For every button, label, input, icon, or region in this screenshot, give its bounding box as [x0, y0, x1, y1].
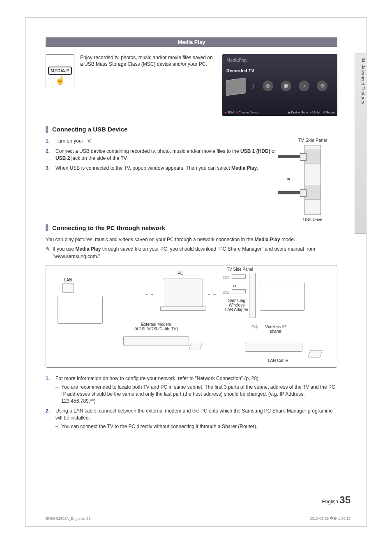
page-number: English 35	[322, 494, 350, 506]
lan-plug-icon	[189, 343, 203, 350]
arrow-icon: ← →	[145, 292, 154, 296]
diagram-or-label: or	[233, 284, 237, 288]
pc-note: ✎ If you use Media Play through saved fi…	[46, 246, 337, 260]
diagram-lancable-label: LAN Cable	[268, 358, 288, 363]
tv-side-panel-label: TV Side Panel	[288, 138, 337, 143]
laptop-icon	[163, 279, 203, 307]
side-tab-num: 04	[361, 58, 366, 62]
pc-steps: For more information on how to configure…	[46, 375, 337, 430]
gear-icon: ⚙	[317, 81, 327, 91]
wifi-icon: ⦾⦾	[223, 290, 229, 295]
or-label: or	[287, 177, 291, 181]
wireless-adapter-icon	[232, 274, 246, 279]
arrow-icon: ← →	[207, 292, 217, 296]
pc-step-1: For more information on how to configure…	[46, 375, 337, 404]
network-diagram: LAN ← → PC ← → TV Side Panel ⦾⦾ or ⦾⦾ Sa…	[46, 265, 337, 368]
usb-plug-icon	[278, 155, 302, 158]
diagram-adapter-label: Samsung Wireless LAN Adapter	[224, 298, 249, 312]
footer-meta: BN68-02808A_Eng.indb 35 2010-03-28 �� 1:…	[46, 516, 350, 521]
tv-side-panel-figure: TV Side Panel or USB Drive	[288, 138, 337, 222]
usb-step-2: Connect a USB device containing recorded…	[46, 148, 280, 162]
usb-drive-label: USB Drive	[288, 217, 337, 222]
section-banner: Media Play	[46, 37, 337, 47]
media-play-icon: MEDIA.P ☝	[46, 54, 74, 87]
music-icon: ♪	[299, 81, 309, 91]
laptop-base-icon	[160, 307, 205, 311]
footer-right: 2010-03-28 �� 1:00:13	[310, 516, 350, 521]
tv-thumbnail-icon	[226, 78, 246, 96]
pc-step-2-sub: You can connect the TV to the PC directl…	[55, 423, 337, 430]
router-icon	[245, 343, 302, 352]
lan-port-icon	[62, 284, 74, 293]
tv-footer-change: A Change Device	[236, 111, 258, 114]
tv-screenshot: MediaPlay Recorded TV ❯ ⊛ ▣ ♪ ⚙ ■ SUM A …	[222, 54, 337, 116]
side-tab-title: Advanced Features	[361, 65, 366, 104]
wifi-icon: ⦾⦾	[223, 275, 229, 280]
pc-body-text: You can play pictures, music and videos …	[46, 236, 337, 243]
note-icon: ✎	[46, 246, 50, 260]
diagram-modem-label: External Modem (ADSL/VDSL/Cable TV)	[131, 322, 181, 331]
pc-heading: Connecting to the PC through network	[46, 224, 354, 231]
usb-step-1: Turn on your TV.	[46, 138, 280, 145]
tv-icon	[58, 296, 103, 324]
wifi-icon: ⦾⦾	[251, 325, 258, 330]
diagram-lan-label: LAN	[64, 278, 72, 282]
usb-heading: Connecting a USB Device	[46, 126, 354, 133]
wireless-adapter-icon	[232, 289, 246, 293]
tv-footer-device-mode: ▶ Device Mode	[288, 111, 308, 114]
side-tab: 04 Advanced Features	[355, 53, 366, 234]
tv-footer-enter: ⏎ Enter	[310, 111, 321, 114]
usb-port-icon	[305, 185, 321, 200]
chevron-right-icon: ❯	[251, 83, 255, 89]
photo-icon: ▣	[281, 81, 291, 91]
reel-icon: ⊛	[263, 81, 273, 91]
usb-step-3: When USB is connected to the TV, popup w…	[46, 165, 280, 172]
usb-plug-icon	[278, 191, 302, 194]
diagram-pc-label: PC	[178, 271, 183, 276]
tv-screenshot-subtitle: Recorded TV	[226, 68, 333, 73]
lan-plug-icon	[308, 350, 323, 357]
media-play-icon-label: MEDIA.P	[48, 67, 72, 75]
pc-step-2: Using a LAN cable, connect between the e…	[46, 408, 337, 430]
tv-icon	[260, 283, 305, 311]
hand-icon: ☝	[55, 75, 65, 85]
intro-text: Enjoy recorded tv, photos, music and/or …	[80, 54, 217, 116]
tv-footer-sum: ■ SUM	[225, 111, 234, 114]
diagram-tvpanel-label: TV Side Panel	[227, 267, 253, 272]
modem-icon	[123, 336, 189, 346]
tv-ports-icon	[249, 273, 256, 318]
pc-step-1-sub: You are recommended to locate both TV an…	[55, 384, 337, 404]
usb-steps: Turn on your TV. Connect a USB device co…	[46, 138, 280, 172]
diagram-sharer-label: Wireless IP sharer	[261, 325, 290, 334]
tv-footer-return: ↺ Return	[323, 111, 335, 114]
footer-left: BN68-02808A_Eng.indb 35	[46, 516, 91, 521]
usb-port-icon	[305, 149, 321, 164]
tv-screenshot-title: MediaPlay	[226, 58, 333, 62]
